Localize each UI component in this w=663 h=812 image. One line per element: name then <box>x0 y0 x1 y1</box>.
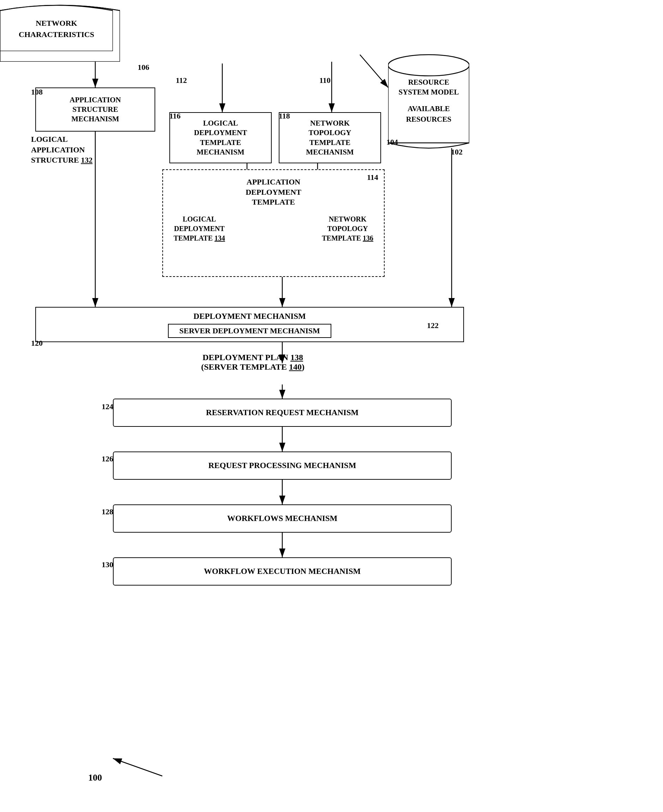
ref-104: 104 <box>386 137 398 147</box>
ref-110: 110 <box>319 76 331 85</box>
ldtm-box: LOGICAL DEPLOYMENT TEMPLATE MECHANISM <box>169 112 272 163</box>
app-structure-mechanism-box: APPLICATION STRUCTURE MECHANISM <box>35 87 155 132</box>
ref-108: 108 <box>31 87 43 97</box>
ref-106: 106 <box>137 63 149 72</box>
diagram-container: APPLICATION CHARACTERISTICS LOGICAL DEPL… <box>0 0 663 812</box>
logical-app-structure-label: LOGICALAPPLICATIONSTRUCTURE 132 <box>31 134 92 165</box>
ref-122: 122 <box>427 321 438 330</box>
svg-text:SYSTEM MODEL: SYSTEM MODEL <box>399 88 459 96</box>
app-deployment-template-dashed: APPLICATION DEPLOYMENT TEMPLATE LOGICALD… <box>162 170 385 277</box>
svg-rect-24 <box>388 65 469 143</box>
ref-102: 102 <box>451 147 462 157</box>
ref-100: 100 <box>88 773 102 783</box>
resource-system-model-cylinder: RESOURCE SYSTEM MODEL AVAILABLE RESOURCE… <box>388 53 469 150</box>
deployment-mechanism-outer-box: DEPLOYMENT MECHANISM SERVER DEPLOYMENT M… <box>35 307 464 342</box>
workflows-mechanism-box: WORKFLOWS MECHANISM <box>113 504 452 533</box>
svg-line-16 <box>113 759 162 776</box>
svg-text:CHARACTERISTICS: CHARACTERISTICS <box>19 30 94 39</box>
ref-120: 120 <box>31 339 43 348</box>
svg-point-25 <box>388 55 469 76</box>
svg-text:RESOURCES: RESOURCES <box>406 115 451 123</box>
svg-line-5 <box>360 55 388 87</box>
ref-124: 124 <box>102 402 113 411</box>
request-processing-box: REQUEST PROCESSING MECHANISM <box>113 452 452 480</box>
reservation-request-box: RESERVATION REQUEST MECHANISM <box>113 399 452 427</box>
ref-130: 130 <box>102 560 113 569</box>
ref-128: 128 <box>102 507 113 517</box>
ref-116: 116 <box>169 111 181 121</box>
svg-text:NETWORK: NETWORK <box>36 19 77 27</box>
ref-114: 114 <box>367 173 378 182</box>
ref-126: 126 <box>102 454 113 463</box>
ref-112: 112 <box>176 76 187 85</box>
network-char-box: NETWORK CHARACTERISTICS <box>0 0 113 53</box>
nttm-box: NETWORK TOPOLOGY TEMPLATE MECHANISM <box>279 112 381 163</box>
deployment-plan-label: DEPLOYMENT PLAN 138 (SERVER TEMPLATE 140… <box>201 353 304 372</box>
workflow-execution-box: WORKFLOW EXECUTION MECHANISM <box>113 557 452 586</box>
svg-text:RESOURCE: RESOURCE <box>408 78 450 86</box>
svg-text:AVAILABLE: AVAILABLE <box>408 104 450 113</box>
ref-118: 118 <box>279 111 290 121</box>
